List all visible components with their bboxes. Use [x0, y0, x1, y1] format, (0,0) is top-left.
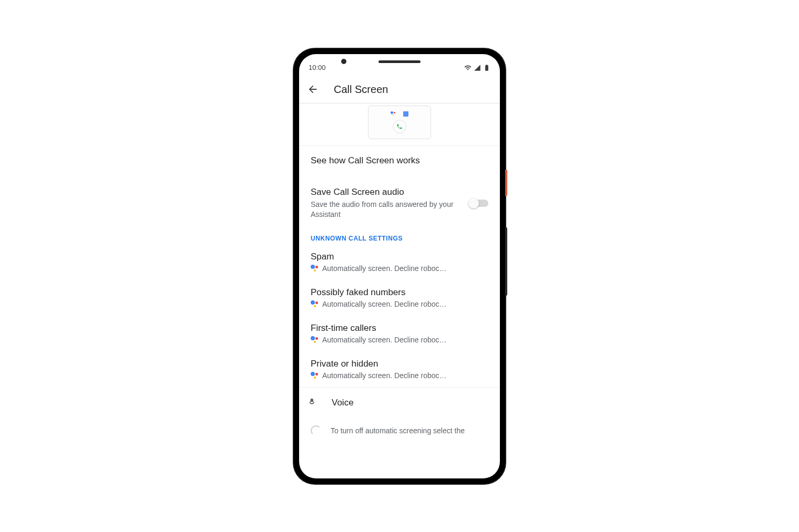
voice-item[interactable]: Voice [299, 387, 500, 418]
setting-faked-subtitle: Automatically screen. Decline roboc… [322, 300, 488, 308]
screen: 10:00 Call Screen [299, 54, 500, 478]
phone-icon [396, 123, 403, 130]
footer-note: To turn off automatic screening select t… [299, 418, 500, 436]
phone-camera [341, 59, 346, 64]
spinner-icon [311, 425, 321, 436]
save-audio-toggle[interactable] [469, 200, 488, 207]
assistant-icon [391, 111, 396, 117]
save-audio-subtitle: Save the audio from calls answered by yo… [311, 200, 463, 220]
voice-label: Voice [332, 398, 354, 408]
save-audio-title: Save Call Screen audio [311, 187, 463, 197]
unknown-call-settings-header: UNKNOWN CALL SETTINGS [299, 227, 500, 244]
preview-icons [391, 111, 408, 117]
preview-inner [368, 106, 431, 139]
call-button-preview [393, 120, 406, 133]
voice-icon [308, 397, 319, 409]
setting-firsttime-title: First-time callers [311, 323, 488, 333]
back-button[interactable] [306, 83, 319, 96]
setting-private-subtitle: Automatically screen. Decline roboc… [322, 371, 488, 380]
setting-spam-subtitle: Automatically screen. Decline roboc… [322, 264, 488, 273]
setting-firsttime-subtitle: Automatically screen. Decline roboc… [322, 336, 488, 344]
setting-private-hidden[interactable]: Private or hidden Automatically screen. … [299, 351, 500, 387]
setting-faked-numbers[interactable]: Possibly faked numbers Automatically scr… [299, 280, 500, 316]
setting-first-time[interactable]: First-time callers Automatically screen.… [299, 316, 500, 351]
battery-icon [483, 64, 490, 71]
wifi-icon [464, 64, 472, 71]
chat-icon [403, 111, 408, 117]
assistant-icon [311, 300, 319, 308]
content: See how Call Screen works Save Call Scre… [299, 103, 500, 478]
toggle-thumb [468, 198, 479, 208]
phone-speaker [378, 60, 421, 63]
power-button [505, 170, 507, 196]
setting-spam-title: Spam [311, 252, 488, 262]
footer-text: To turn off automatic screening select t… [331, 426, 465, 435]
signal-icon [474, 64, 481, 71]
status-icons [464, 64, 490, 71]
setting-faked-title: Possibly faked numbers [311, 287, 488, 298]
assistant-icon [311, 336, 319, 343]
volume-button [505, 227, 507, 296]
see-how-works-label: See how Call Screen works [311, 155, 488, 166]
app-bar: Call Screen [299, 76, 500, 103]
see-how-works-item[interactable]: See how Call Screen works [299, 146, 500, 178]
preview-card [299, 103, 500, 146]
save-audio-item[interactable]: Save Call Screen audio Save the audio fr… [299, 178, 500, 227]
arrow-back-icon [307, 84, 319, 95]
setting-private-title: Private or hidden [311, 359, 488, 369]
setting-spam[interactable]: Spam Automatically screen. Decline roboc… [299, 244, 500, 280]
page-title: Call Screen [334, 84, 388, 96]
phone-frame: 10:00 Call Screen [294, 49, 505, 484]
status-time: 10:00 [309, 64, 326, 71]
assistant-icon [311, 372, 319, 379]
assistant-icon [311, 265, 319, 272]
